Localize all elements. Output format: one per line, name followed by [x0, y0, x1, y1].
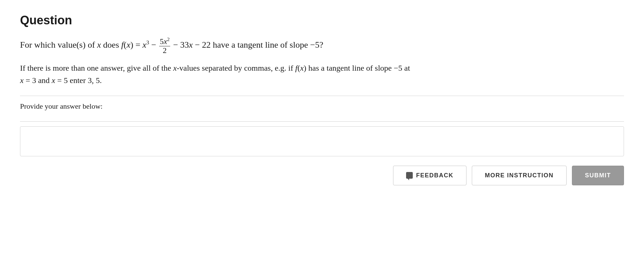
page-container: Question For which value(s) of x does f(…: [0, 0, 644, 260]
divider-2: [20, 121, 624, 122]
submit-label: SUBMIT: [585, 172, 611, 179]
more-instruction-label: MORE INSTRUCTION: [485, 172, 554, 179]
button-row: FEEDBACK MORE INSTRUCTION SUBMIT: [20, 166, 624, 185]
feedback-button[interactable]: FEEDBACK: [393, 166, 466, 185]
answer-input[interactable]: [20, 126, 624, 156]
divider-1: [20, 96, 624, 96]
feedback-label: FEEDBACK: [416, 172, 453, 179]
variable-x: x: [97, 40, 101, 50]
page-title: Question: [20, 13, 624, 27]
function-label: f: [121, 40, 123, 50]
fraction: 5x2 2: [159, 37, 171, 55]
provide-label: Provide your answer below:: [20, 102, 624, 111]
more-instruction-button[interactable]: MORE INSTRUCTION: [472, 166, 567, 185]
submit-button[interactable]: SUBMIT: [572, 166, 624, 185]
question-text: For which value(s) of x does f(x) = x3 −…: [20, 37, 624, 55]
feedback-icon: [406, 172, 413, 179]
instruction-text: If there is more than one answer, give a…: [20, 62, 624, 87]
